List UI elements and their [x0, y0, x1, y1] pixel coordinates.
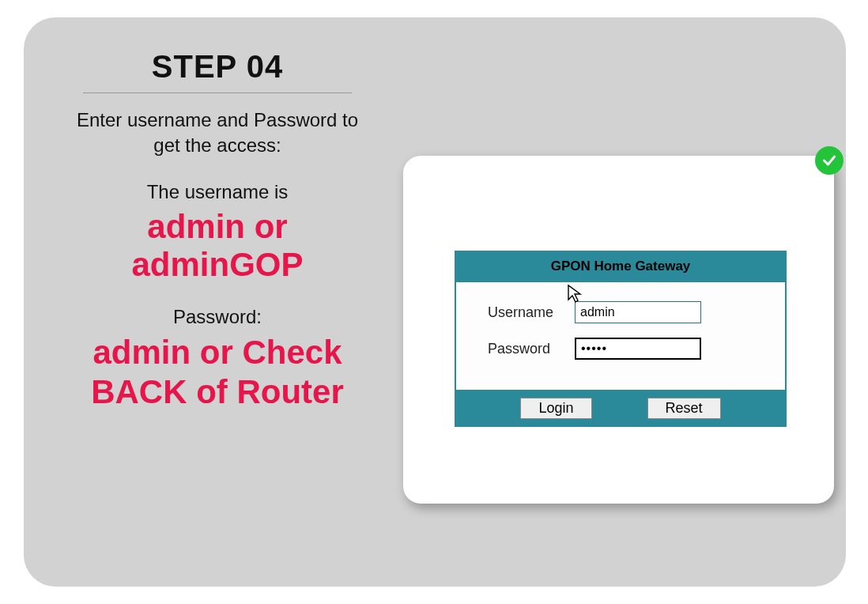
- password-label: Password:: [71, 306, 364, 328]
- router-body: Username Password: [455, 282, 787, 390]
- step-card: STEP 04 Enter username and Pass­word to …: [24, 17, 846, 587]
- screenshot-panel: GPON Home Gateway Username Password Logi: [403, 156, 834, 504]
- password-hint: admin or Check BACK of Router: [71, 333, 364, 411]
- password-input[interactable]: [575, 338, 701, 360]
- check-icon: [815, 146, 843, 175]
- cursor-icon: [567, 284, 584, 308]
- username-hint: admin or adminGOP: [71, 208, 364, 285]
- router-password-label: Password: [472, 341, 575, 357]
- router-login-box: GPON Home Gateway Username Password Logi: [455, 251, 787, 427]
- step-title: STEP 04: [71, 49, 364, 92]
- username-row: Username: [472, 301, 769, 323]
- router-username-label: Username: [472, 304, 575, 321]
- step-intro: Enter username and Pass­word to get the …: [71, 108, 364, 159]
- router-footer: Login Reset: [455, 390, 787, 427]
- login-button[interactable]: Login: [520, 398, 591, 419]
- divider: [83, 92, 352, 93]
- reset-button[interactable]: Reset: [647, 398, 721, 419]
- username-label: The username is: [71, 181, 364, 203]
- password-row: Password: [472, 338, 769, 360]
- router-header: GPON Home Gateway: [455, 251, 787, 282]
- instructions-column: STEP 04 Enter username and Pass­word to …: [71, 49, 364, 411]
- username-input[interactable]: [575, 301, 701, 323]
